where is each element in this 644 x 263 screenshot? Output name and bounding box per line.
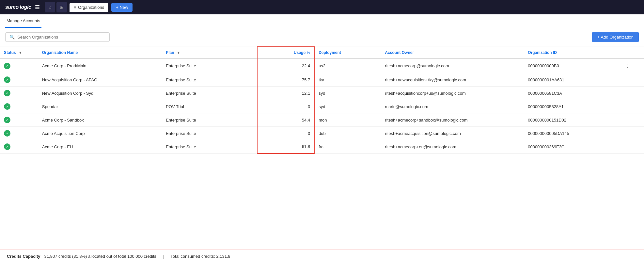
- toolbar: 🔍 + Add Organization: [0, 28, 644, 46]
- row-actions-cell: [619, 127, 644, 140]
- plan-cell: Enterprise Suite: [162, 58, 257, 73]
- row-actions-cell: ⋮: [619, 58, 644, 73]
- usage-cell: 61.8: [257, 140, 314, 154]
- footer-credits-bar: Credits Capacity 31,807 credits (31.8%) …: [0, 250, 644, 263]
- row-more-button[interactable]: ⋮: [623, 62, 632, 70]
- org-id-cell: 0000000005828A1: [524, 100, 619, 113]
- org-name-cell: Acme Corp - EU: [38, 140, 162, 154]
- status-active-icon: ✓: [4, 117, 10, 123]
- plan-cell: Enterprise Suite: [162, 140, 257, 154]
- th-org-id: Organization ID: [524, 47, 619, 58]
- table-row: ✓ Spendar POV Trial 0 syd marie@sumologi…: [0, 100, 644, 113]
- th-status: Status ▼: [0, 47, 38, 58]
- home-icon: ⌂: [49, 5, 51, 10]
- plan-cell: Enterprise Suite: [162, 113, 257, 127]
- usage-cell: 12.1: [257, 87, 314, 100]
- org-id-cell: 000000000005DA145: [524, 127, 619, 140]
- account-owner-cell: ritesh+newacquisition+tky@sumologic.com: [381, 73, 524, 87]
- account-owner-cell: marie@sumologic.com: [381, 100, 524, 113]
- status-filter-icon[interactable]: ▼: [19, 51, 22, 55]
- breadcrumb-icon: ≡: [73, 5, 76, 10]
- org-id-cell: 00000000009B0: [524, 58, 619, 73]
- status-cell: ✓: [0, 140, 38, 154]
- breadcrumb-label: Organizations: [78, 5, 104, 10]
- plan-filter-icon[interactable]: ▼: [177, 51, 181, 55]
- org-name-cell: Acme Corp - Prod/Main: [38, 58, 162, 73]
- new-button-label: + New: [116, 5, 128, 10]
- deployment-cell: tky: [314, 73, 381, 87]
- deployment-cell: syd: [314, 87, 381, 100]
- deployment-cell: syd: [314, 100, 381, 113]
- table-row: ✓ Acme Corp - Sandbox Enterprise Suite 5…: [0, 113, 644, 127]
- org-name-cell: New Acquisition Corp - APAC: [38, 73, 162, 87]
- org-name-cell: Acme Corp - Sandbox: [38, 113, 162, 127]
- account-owner-cell: ritesh+acquisitioncorp+us@sumologic.com: [381, 87, 524, 100]
- usage-cell: 75.7: [257, 73, 314, 87]
- usage-cell: 0: [257, 127, 314, 140]
- home-button[interactable]: ⌂: [45, 2, 55, 12]
- status-cell: ✓: [0, 127, 38, 140]
- status-active-icon: ✓: [4, 76, 10, 83]
- th-account-owner: Account Owner: [381, 47, 524, 58]
- hamburger-icon[interactable]: ☰: [34, 3, 41, 12]
- deployment-cell: mon: [314, 113, 381, 127]
- status-cell: ✓: [0, 73, 38, 87]
- tab-bar: Manage Accounts: [0, 14, 644, 28]
- deployment-cell: fra: [314, 140, 381, 154]
- new-button[interactable]: + New: [111, 3, 133, 12]
- plan-cell: Enterprise Suite: [162, 87, 257, 100]
- row-actions-cell: [619, 87, 644, 100]
- row-actions-cell: [619, 73, 644, 87]
- th-org-name: Organization Name: [38, 47, 162, 58]
- account-owner-cell: ritesh+acmecorp@sumologic.com: [381, 58, 524, 73]
- add-organization-button[interactable]: + Add Organization: [592, 32, 639, 42]
- table-row: ✓ Acme Corp - EU Enterprise Suite 61.8 f…: [0, 140, 644, 154]
- org-id-cell: 00000000581C3A: [524, 87, 619, 100]
- plan-cell: Enterprise Suite: [162, 127, 257, 140]
- status-cell: ✓: [0, 58, 38, 73]
- org-id-cell: 0000000000151D02: [524, 113, 619, 127]
- account-owner-cell: ritesh+acmeacquisition@sumologic.com: [381, 127, 524, 140]
- org-name-cell: New Acquisition Corp - Syd: [38, 87, 162, 100]
- main-content: Manage Accounts 🔍 + Add Organization Sta…: [0, 14, 644, 263]
- search-icon: 🔍: [9, 35, 15, 40]
- breadcrumb-tab[interactable]: ≡ Organizations: [70, 3, 108, 12]
- search-input[interactable]: [17, 35, 105, 40]
- status-active-icon: ✓: [4, 63, 10, 69]
- org-name-cell: Spendar: [38, 100, 162, 113]
- usage-cell: 54.4: [257, 113, 314, 127]
- tab-manage-accounts[interactable]: Manage Accounts: [5, 14, 41, 28]
- th-actions: [619, 47, 644, 58]
- table-row: ✓ Acme Corp - Prod/Main Enterprise Suite…: [0, 58, 644, 73]
- organizations-table-wrapper: Status ▼ Organization Name Plan ▼: [0, 46, 644, 154]
- row-actions-cell: [619, 113, 644, 127]
- row-actions-cell: [619, 100, 644, 113]
- deployment-cell: us2: [314, 58, 381, 73]
- account-owner-cell: ritesh+acmecorp+eu@sumologic.com: [381, 140, 524, 154]
- table-header-row: Status ▼ Organization Name Plan ▼: [0, 47, 644, 58]
- usage-cell: 22.4: [257, 58, 314, 73]
- credits-allocated-text: 31,807 credits (31.8%) allocated out of …: [44, 254, 156, 259]
- docs-icon: ⊞: [60, 5, 64, 10]
- status-cell: ✓: [0, 87, 38, 100]
- row-actions-cell: [619, 140, 644, 154]
- docs-button[interactable]: ⊞: [56, 2, 67, 12]
- status-active-icon: ✓: [4, 143, 10, 150]
- th-deployment: Deployment: [314, 47, 381, 58]
- status-cell: ✓: [0, 100, 38, 113]
- top-navigation: sumo logic ☰ ⌂ ⊞ ≡ Organizations + New: [0, 0, 644, 14]
- logo-text: sumo logic: [5, 4, 31, 10]
- th-usage: Usage %: [257, 47, 314, 58]
- table-row: ✓ New Acquisition Corp - Syd Enterprise …: [0, 87, 644, 100]
- search-box[interactable]: 🔍: [5, 32, 110, 42]
- org-id-cell: 000000000369E3C: [524, 140, 619, 154]
- credits-capacity-label: Credits Capacity: [7, 254, 40, 259]
- organizations-table: Status ▼ Organization Name Plan ▼: [0, 46, 644, 154]
- table-row: ✓ Acme Acquisition Corp Enterprise Suite…: [0, 127, 644, 140]
- plan-cell: POV Trial: [162, 100, 257, 113]
- deployment-cell: dub: [314, 127, 381, 140]
- table-row: ✓ New Acquisition Corp - APAC Enterprise…: [0, 73, 644, 87]
- usage-cell: 0: [257, 100, 314, 113]
- status-active-icon: ✓: [4, 130, 10, 137]
- logo: sumo logic ☰: [3, 3, 43, 12]
